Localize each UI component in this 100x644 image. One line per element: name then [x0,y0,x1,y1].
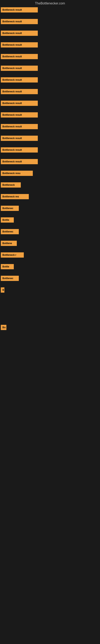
bottleneck-result-badge[interactable]: Bottleneck result [1,89,38,94]
list-item: Bottleneck result [0,41,100,49]
bottleneck-result-badge[interactable]: Bottle [1,217,14,222]
list-item: Bottleneck result [0,158,100,166]
list-item: Bottlene [0,240,100,247]
site-title-container: TheBottlenecker.com [0,0,100,6]
list-item: Bottleneck result [0,30,100,37]
bottleneck-result-badge[interactable]: Bottleneck [1,182,21,188]
bottleneck-result-badge[interactable]: Bottleneck resu [1,171,33,176]
list-item: Bottleneck result [0,146,100,154]
bottleneck-result-badge[interactable]: Bottleneck res [1,194,29,199]
list-item: Bottleneck result [0,134,100,142]
list-item [0,361,100,364]
list-item: Bottleneck result [0,88,100,96]
list-item: Bottleneck result [0,6,100,14]
list-item: Bottleneck result [0,100,100,107]
list-item: Bottle [0,216,100,224]
list-item [0,311,100,313]
list-item: Bottleneck resu [0,170,100,177]
list-item [0,354,100,357]
list-item: Bottlenec [0,228,100,236]
bottleneck-result-badge[interactable]: Bottlenec [1,206,19,211]
bottleneck-result-badge[interactable]: Bottleneck result [1,7,38,12]
site-title: TheBottlenecker.com [0,0,100,6]
list-item [0,335,100,338]
bottleneck-result-badge[interactable]: Bottleneck result [1,147,38,152]
list-item: Bottleneck result [0,53,100,60]
list-item [0,317,100,320]
list-item [0,304,100,307]
list-item [0,342,100,344]
list-item: Bottleneck r [0,251,100,259]
list-item: Bottleneck [0,181,100,189]
list-item: Bottleneck result [0,64,100,72]
bottleneck-result-badge[interactable]: Bottleneck result [1,112,38,118]
list-item: B [0,286,100,294]
list-item: Bottleneck result [0,76,100,84]
bottleneck-result-badge[interactable]: Bottleneck result [1,19,38,24]
list-item: Bottle [0,263,100,270]
bottleneck-result-badge[interactable]: Bottleneck result [1,66,38,71]
list-item [0,348,100,350]
bottleneck-result-badge[interactable]: Bottleneck result [1,124,38,129]
list-item: Bottleneck result [0,111,100,119]
bottleneck-result-badge[interactable]: Bottlenec [1,276,19,281]
list-item: Bottlenec [0,204,100,212]
bottleneck-result-badge[interactable]: Bottleneck r [1,252,24,258]
list-item: Bottlenec [0,274,100,282]
bottleneck-result-badge[interactable]: Bottleneck result [1,100,38,106]
list-item: Bo [0,324,100,331]
bottleneck-result-badge[interactable]: Bottlenec [1,229,19,234]
bottleneck-result-badge[interactable]: Bottleneck result [1,136,38,141]
bottleneck-result-badge[interactable]: B [1,288,4,292]
list-item: Bottleneck res [0,193,100,200]
bottleneck-result-badge[interactable]: Bottleneck result [1,159,38,164]
list-item [0,298,100,300]
bottleneck-result-badge[interactable]: Bottleneck result [1,42,38,48]
bottleneck-result-badge[interactable]: Bottleneck result [1,77,38,82]
rows-container: Bottleneck resultBottleneck resultBottle… [0,6,100,364]
list-item: Bottleneck result [0,123,100,130]
bottleneck-result-badge[interactable]: Bo [1,325,6,330]
bottleneck-result-badge[interactable]: Bottlene [1,241,17,246]
bottleneck-result-badge[interactable]: Bottleneck result [1,54,38,59]
list-item: Bottleneck result [0,18,100,25]
bottleneck-result-badge[interactable]: Bottle [1,264,14,269]
bottleneck-result-badge[interactable]: Bottleneck result [1,30,38,36]
